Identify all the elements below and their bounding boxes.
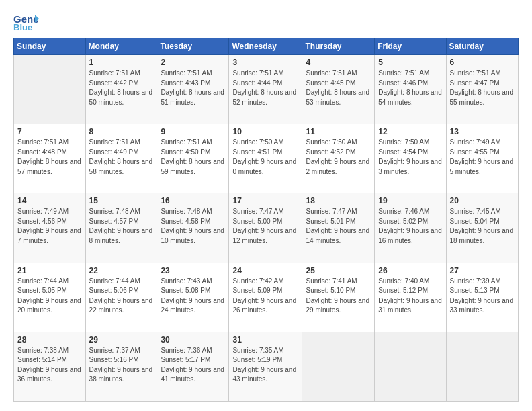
logo-icon: General Blue <box>13 12 39 31</box>
day-number: 7 <box>17 127 82 136</box>
calendar-cell: 10Sunrise: 7:50 AMSunset: 4:51 PMDayligh… <box>229 124 302 193</box>
day-detail: Sunrise: 7:51 AMSunset: 4:45 PMDaylight:… <box>306 68 371 107</box>
day-number: 27 <box>450 266 515 275</box>
calendar-cell: 23Sunrise: 7:43 AMSunset: 5:08 PMDayligh… <box>157 263 229 332</box>
calendar-cell: 13Sunrise: 7:49 AMSunset: 4:55 PMDayligh… <box>446 124 518 193</box>
day-detail: Sunrise: 7:35 AMSunset: 5:19 PMDaylight:… <box>232 346 298 385</box>
day-number: 15 <box>89 196 154 205</box>
day-detail: Sunrise: 7:48 AMSunset: 4:57 PMDaylight:… <box>89 207 154 246</box>
calendar-cell: 29Sunrise: 7:37 AMSunset: 5:16 PMDayligh… <box>85 332 157 401</box>
calendar-cell: 31Sunrise: 7:35 AMSunset: 5:19 PMDayligh… <box>229 332 302 401</box>
calendar-cell <box>302 332 375 401</box>
calendar-cell: 26Sunrise: 7:40 AMSunset: 5:12 PMDayligh… <box>375 263 446 332</box>
day-number: 11 <box>306 127 371 136</box>
weekday-header-friday: Friday <box>375 38 446 55</box>
weekday-header-tuesday: Tuesday <box>157 38 229 55</box>
weekday-header-thursday: Thursday <box>302 38 375 55</box>
day-detail: Sunrise: 7:36 AMSunset: 5:17 PMDaylight:… <box>161 346 225 385</box>
day-detail: Sunrise: 7:51 AMSunset: 4:46 PMDaylight:… <box>378 68 442 107</box>
header: General Blue <box>13 12 519 31</box>
day-detail: Sunrise: 7:51 AMSunset: 4:50 PMDaylight:… <box>161 138 225 177</box>
calendar-row-3: 21Sunrise: 7:44 AMSunset: 5:05 PMDayligh… <box>14 263 519 332</box>
calendar-cell: 25Sunrise: 7:41 AMSunset: 5:10 PMDayligh… <box>302 263 375 332</box>
day-detail: Sunrise: 7:43 AMSunset: 5:08 PMDaylight:… <box>161 277 225 316</box>
day-detail: Sunrise: 7:51 AMSunset: 4:44 PMDaylight:… <box>232 68 298 107</box>
day-detail: Sunrise: 7:37 AMSunset: 5:16 PMDaylight:… <box>89 346 154 385</box>
calendar-cell: 5Sunrise: 7:51 AMSunset: 4:46 PMDaylight… <box>375 55 446 124</box>
day-detail: Sunrise: 7:44 AMSunset: 5:05 PMDaylight:… <box>17 277 82 316</box>
calendar-cell: 11Sunrise: 7:50 AMSunset: 4:52 PMDayligh… <box>302 124 375 193</box>
weekday-header-monday: Monday <box>85 38 157 55</box>
day-number: 6 <box>450 58 515 67</box>
day-number: 12 <box>378 127 442 136</box>
day-number: 5 <box>378 58 442 67</box>
calendar-row-1: 7Sunrise: 7:51 AMSunset: 4:48 PMDaylight… <box>14 124 519 193</box>
day-number: 29 <box>89 335 154 345</box>
calendar-cell: 18Sunrise: 7:47 AMSunset: 5:01 PMDayligh… <box>302 193 375 263</box>
calendar-cell: 19Sunrise: 7:46 AMSunset: 5:02 PMDayligh… <box>375 193 446 263</box>
day-detail: Sunrise: 7:51 AMSunset: 4:48 PMDaylight:… <box>17 138 82 177</box>
day-number: 13 <box>450 127 515 136</box>
calendar-cell: 24Sunrise: 7:42 AMSunset: 5:09 PMDayligh… <box>229 263 302 332</box>
day-number: 16 <box>161 196 225 205</box>
calendar-cell: 1Sunrise: 7:51 AMSunset: 4:42 PMDaylight… <box>85 55 157 124</box>
day-number: 28 <box>17 335 82 345</box>
day-number: 8 <box>89 127 154 136</box>
calendar-cell: 27Sunrise: 7:39 AMSunset: 5:13 PMDayligh… <box>446 263 518 332</box>
calendar-cell: 20Sunrise: 7:45 AMSunset: 5:04 PMDayligh… <box>446 193 518 263</box>
calendar-cell: 3Sunrise: 7:51 AMSunset: 4:44 PMDaylight… <box>229 55 302 124</box>
weekday-header-saturday: Saturday <box>446 38 518 55</box>
day-number: 21 <box>17 266 82 275</box>
calendar-cell: 28Sunrise: 7:38 AMSunset: 5:14 PMDayligh… <box>14 332 86 401</box>
day-number: 25 <box>306 266 371 275</box>
day-number: 19 <box>378 196 442 205</box>
day-detail: Sunrise: 7:38 AMSunset: 5:14 PMDaylight:… <box>17 346 82 385</box>
day-number: 30 <box>161 335 225 345</box>
calendar-cell: 22Sunrise: 7:44 AMSunset: 5:06 PMDayligh… <box>85 263 157 332</box>
day-detail: Sunrise: 7:44 AMSunset: 5:06 PMDaylight:… <box>89 277 154 316</box>
day-detail: Sunrise: 7:47 AMSunset: 5:00 PMDaylight:… <box>232 207 298 246</box>
day-detail: Sunrise: 7:51 AMSunset: 4:47 PMDaylight:… <box>450 68 515 107</box>
calendar-cell: 21Sunrise: 7:44 AMSunset: 5:05 PMDayligh… <box>14 263 86 332</box>
day-number: 14 <box>17 196 82 205</box>
calendar-cell: 30Sunrise: 7:36 AMSunset: 5:17 PMDayligh… <box>157 332 229 401</box>
day-detail: Sunrise: 7:47 AMSunset: 5:01 PMDaylight:… <box>306 207 371 246</box>
day-number: 10 <box>232 127 298 136</box>
day-number: 4 <box>306 58 371 67</box>
calendar-row-2: 14Sunrise: 7:49 AMSunset: 4:56 PMDayligh… <box>14 193 519 263</box>
calendar-cell <box>14 55 86 124</box>
day-number: 24 <box>232 266 298 275</box>
logo: General Blue <box>13 12 39 31</box>
day-detail: Sunrise: 7:50 AMSunset: 4:51 PMDaylight:… <box>232 138 298 177</box>
day-detail: Sunrise: 7:50 AMSunset: 4:54 PMDaylight:… <box>378 138 442 177</box>
day-number: 23 <box>161 266 225 275</box>
day-detail: Sunrise: 7:40 AMSunset: 5:12 PMDaylight:… <box>378 277 442 316</box>
day-number: 9 <box>161 127 225 136</box>
day-detail: Sunrise: 7:45 AMSunset: 5:04 PMDaylight:… <box>450 207 515 246</box>
calendar-cell: 9Sunrise: 7:51 AMSunset: 4:50 PMDaylight… <box>157 124 229 193</box>
day-detail: Sunrise: 7:49 AMSunset: 4:56 PMDaylight:… <box>17 207 82 246</box>
day-detail: Sunrise: 7:42 AMSunset: 5:09 PMDaylight:… <box>232 277 298 316</box>
day-number: 22 <box>89 266 154 275</box>
svg-text:Blue: Blue <box>13 22 32 31</box>
day-detail: Sunrise: 7:41 AMSunset: 5:10 PMDaylight:… <box>306 277 371 316</box>
day-number: 31 <box>232 335 298 345</box>
page: General Blue SundayMondayTuesdayWednesda… <box>0 0 532 411</box>
calendar-cell: 2Sunrise: 7:51 AMSunset: 4:43 PMDaylight… <box>157 55 229 124</box>
day-detail: Sunrise: 7:46 AMSunset: 5:02 PMDaylight:… <box>378 207 442 246</box>
day-number: 17 <box>232 196 298 205</box>
day-detail: Sunrise: 7:49 AMSunset: 4:55 PMDaylight:… <box>450 138 515 177</box>
day-detail: Sunrise: 7:39 AMSunset: 5:13 PMDaylight:… <box>450 277 515 316</box>
day-number: 1 <box>89 58 154 67</box>
day-detail: Sunrise: 7:48 AMSunset: 4:58 PMDaylight:… <box>161 207 225 246</box>
calendar-cell <box>375 332 446 401</box>
calendar-row-4: 28Sunrise: 7:38 AMSunset: 5:14 PMDayligh… <box>14 332 519 401</box>
weekday-header-sunday: Sunday <box>14 38 86 55</box>
calendar-table: SundayMondayTuesdayWednesdayThursdayFrid… <box>13 38 519 402</box>
day-number: 3 <box>232 58 298 67</box>
calendar-cell: 16Sunrise: 7:48 AMSunset: 4:58 PMDayligh… <box>157 193 229 263</box>
calendar-cell <box>446 332 518 401</box>
calendar-row-0: 1Sunrise: 7:51 AMSunset: 4:42 PMDaylight… <box>14 55 519 124</box>
weekday-header-row: SundayMondayTuesdayWednesdayThursdayFrid… <box>14 38 519 55</box>
day-number: 18 <box>306 196 371 205</box>
